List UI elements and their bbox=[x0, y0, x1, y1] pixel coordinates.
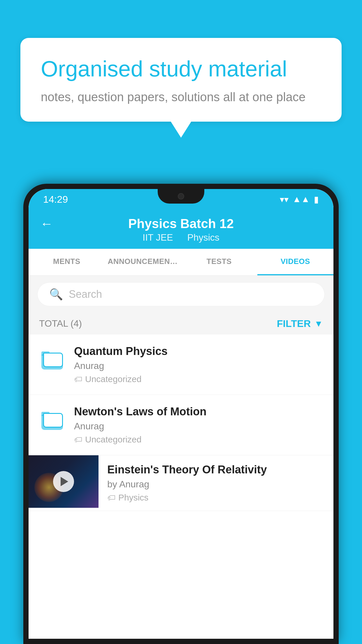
speech-bubble: Organised study material notes, question… bbox=[20, 38, 342, 122]
search-bar[interactable]: 🔍 Search bbox=[37, 282, 325, 306]
item-title: Newton's Laws of Motion bbox=[74, 405, 323, 418]
folder-icon bbox=[41, 351, 63, 370]
tab-bar: MENTS ANNOUNCEMENTS TESTS VIDEOS bbox=[29, 249, 333, 276]
phone-frame: 14:29 ▾▾ ▲▲ ▮ ← Physics Batch 12 IIT JEE… bbox=[23, 184, 339, 644]
tag-label: Uncategorized bbox=[85, 374, 141, 384]
list-item[interactable]: Quantum Physics Anurag 🏷 Uncategorized bbox=[29, 335, 333, 395]
list-item[interactable]: Newton's Laws of Motion Anurag 🏷 Uncateg… bbox=[29, 395, 333, 455]
video-info: Einstein's Theory Of Relativity by Anura… bbox=[99, 455, 333, 511]
tag-icon: 🏷 bbox=[74, 374, 82, 384]
search-placeholder: Search bbox=[69, 288, 102, 300]
item-icon-wrap bbox=[39, 408, 65, 434]
item-icon-wrap bbox=[39, 347, 65, 374]
filter-button[interactable]: FILTER ▼ bbox=[277, 318, 323, 329]
tab-tests[interactable]: TESTS bbox=[181, 249, 257, 275]
speech-bubble-section: Organised study material notes, question… bbox=[20, 38, 342, 138]
notch bbox=[158, 189, 204, 204]
tag-label: Physics bbox=[118, 493, 148, 503]
video-tag: 🏷 Physics bbox=[107, 493, 325, 503]
video-thumbnail bbox=[29, 455, 99, 508]
filter-row: TOTAL (4) FILTER ▼ bbox=[29, 313, 333, 335]
total-count: TOTAL (4) bbox=[39, 318, 82, 329]
item-tag: 🏷 Uncategorized bbox=[74, 374, 323, 384]
tag-icon: 🏷 bbox=[74, 435, 82, 444]
header-subtitle-part2: Physics bbox=[187, 232, 219, 243]
video-author: by Anurag bbox=[107, 479, 325, 490]
signal-icon: ▲▲ bbox=[293, 194, 310, 204]
filter-icon: ▼ bbox=[314, 319, 323, 329]
bubble-subtitle: notes, question papers, solutions all at… bbox=[41, 90, 321, 104]
phone-screen: 14:29 ▾▾ ▲▲ ▮ ← Physics Batch 12 IIT JEE… bbox=[29, 189, 333, 639]
status-icons: ▾▾ ▲▲ ▮ bbox=[280, 194, 319, 204]
tab-ments[interactable]: MENTS bbox=[29, 249, 105, 275]
status-bar: 14:29 ▾▾ ▲▲ ▮ bbox=[29, 189, 333, 209]
folder-icon bbox=[41, 412, 63, 430]
video-list: Quantum Physics Anurag 🏷 Uncategorized bbox=[29, 335, 333, 639]
tag-icon: 🏷 bbox=[107, 493, 115, 503]
video-title: Einstein's Theory Of Relativity bbox=[107, 463, 325, 476]
header-title: Physics Batch 12 bbox=[128, 216, 234, 231]
bubble-arrow bbox=[171, 122, 191, 138]
header-subtitle-part1: IIT JEE bbox=[143, 232, 173, 243]
wifi-icon: ▾▾ bbox=[280, 194, 289, 204]
search-icon: 🔍 bbox=[49, 288, 63, 301]
item-info: Newton's Laws of Motion Anurag 🏷 Uncateg… bbox=[74, 405, 323, 444]
search-container: 🔍 Search bbox=[29, 276, 333, 313]
play-button[interactable] bbox=[53, 471, 74, 492]
battery-icon: ▮ bbox=[314, 194, 319, 204]
play-icon bbox=[61, 477, 68, 486]
item-author: Anurag bbox=[74, 421, 323, 432]
status-time: 14:29 bbox=[43, 194, 68, 205]
item-info: Quantum Physics Anurag 🏷 Uncategorized bbox=[74, 345, 323, 384]
camera-dot bbox=[178, 193, 184, 200]
app-header: ← Physics Batch 12 IIT JEE Physics bbox=[29, 209, 333, 249]
filter-label: FILTER bbox=[277, 318, 311, 329]
back-button[interactable]: ← bbox=[40, 216, 53, 231]
item-title: Quantum Physics bbox=[74, 345, 323, 358]
header-subtitle: IIT JEE Physics bbox=[140, 232, 222, 243]
tab-videos[interactable]: VIDEOS bbox=[257, 249, 334, 275]
bubble-title: Organised study material bbox=[41, 55, 321, 82]
item-tag: 🏷 Uncategorized bbox=[74, 435, 323, 444]
tab-announcements[interactable]: ANNOUNCEMENTS bbox=[105, 249, 181, 275]
video-list-item[interactable]: Einstein's Theory Of Relativity by Anura… bbox=[29, 455, 333, 511]
tag-label: Uncategorized bbox=[85, 435, 141, 444]
item-author: Anurag bbox=[74, 360, 323, 371]
